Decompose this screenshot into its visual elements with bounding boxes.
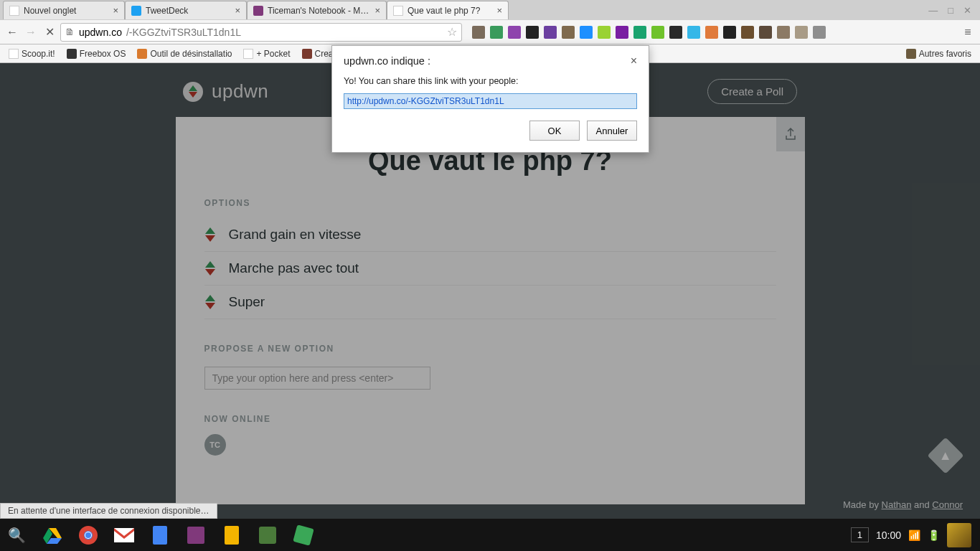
extension-icon[interactable] [472,26,485,39]
bookmark-scoopit[interactable]: Scoop.it! [6,47,58,60]
address-bar: ← → ✕ 🗎 updwn.co/-KGGZtviTSR3uLT1dn1L ☆ … [0,20,980,44]
extension-icon[interactable] [616,26,628,39]
app-icon-1[interactable] [255,523,280,547]
extension-icon[interactable] [777,26,790,39]
credits-link-nathan[interactable]: Nathan [882,499,912,510]
url-domain: updwn.co [79,27,122,38]
downvote-icon[interactable] [205,235,215,242]
gmail-icon[interactable] [112,523,136,547]
java-icon [137,49,147,59]
downvote-icon[interactable] [205,303,215,309]
forward-button[interactable]: → [23,24,39,40]
section-propose-label: PROPOSE A NEW OPTION [204,344,776,354]
extension-icon[interactable] [759,26,772,39]
bookmark-pocket[interactable]: + Pocket [240,47,293,60]
wifi-icon[interactable]: 📶 [908,529,920,541]
extension-icon[interactable] [669,26,682,39]
upvote-icon[interactable] [205,295,215,301]
cancel-button[interactable]: Annuler [587,121,637,141]
onenote-icon[interactable] [184,523,208,547]
bookmark-freebox[interactable]: Freebox OS [64,47,129,60]
chrome-icon[interactable] [76,523,100,547]
maximize-icon[interactable]: □ [948,5,953,16]
battery-icon[interactable]: 🔋 [928,529,940,541]
extension-icon[interactable] [508,26,521,39]
upvote-icon[interactable] [205,227,215,234]
tab-current[interactable]: Que vaut le php 7? × [387,1,509,19]
option-text: Super [229,294,265,310]
logo-text: updwn [212,80,268,103]
bookmark-java[interactable]: Outil de désinstallatio [134,47,235,60]
close-window-icon[interactable]: ✕ [963,5,971,16]
extension-icon[interactable] [705,26,718,39]
extension-icon[interactable] [741,26,754,39]
tab-tweetdeck[interactable]: TweetDeck × [125,1,247,19]
star-icon[interactable]: ☆ [447,25,457,39]
tab-title: Nouvel onglet [24,6,108,16]
tray-app-icon[interactable] [947,523,971,547]
dialog-input[interactable] [344,93,637,109]
extension-icon[interactable] [490,26,503,39]
freebox-icon [67,49,77,59]
svg-point-6 [85,532,91,538]
option-text: Grand gain en vitesse [229,227,362,242]
menu-icon[interactable]: ≡ [960,24,976,40]
create-poll-button[interactable]: Create a Poll [707,79,797,104]
workspace-indicator[interactable]: 1 [851,527,869,542]
close-icon[interactable]: × [113,5,118,16]
page-icon [243,49,253,59]
extension-icon[interactable] [651,26,664,39]
close-icon[interactable]: × [496,5,502,16]
extension-icon[interactable] [598,26,611,39]
minimize-icon[interactable]: — [928,5,938,16]
stop-button[interactable]: ✕ [42,24,57,40]
tab-title: Que vaut le php 7? [407,6,492,16]
clock[interactable]: 10:00 [876,529,901,541]
extension-icon[interactable] [544,26,557,39]
back-button[interactable]: ← [4,24,20,40]
url-input[interactable]: 🗎 updwn.co/-KGGZtviTSR3uLT1dn1L ☆ [60,23,462,42]
extension-icon[interactable] [813,26,826,39]
extension-icon[interactable] [687,26,700,39]
avatar: TC [204,434,226,456]
option-text: Marche pas avec tout [229,260,359,276]
blank-icon [9,6,19,16]
app-icon-2[interactable] [291,523,316,547]
extension-icon[interactable] [633,26,646,39]
credits-link-connor[interactable]: Connor [932,499,963,510]
bookmark-label: + Pocket [256,49,290,59]
docs-icon[interactable] [148,523,172,547]
tab-new[interactable]: Nouvel onglet × [3,1,125,19]
ok-button[interactable]: OK [529,121,580,141]
extension-icon[interactable] [562,26,575,39]
drive-icon[interactable] [40,523,65,547]
tab-bar: Nouvel onglet × TweetDeck × Ticeman's No… [0,0,980,20]
logo[interactable]: updwn [183,80,268,103]
onenote-icon [253,6,263,16]
scroll-top-button[interactable]: ▲ [928,438,964,474]
credits-text: Made by [843,499,881,510]
downvote-icon[interactable] [205,269,215,276]
extension-icon[interactable] [526,26,539,39]
option-row: Marche pas avec tout [204,252,776,286]
extension-icon[interactable] [795,26,808,39]
extension-icon[interactable] [723,26,736,39]
dialog-message: Yo! You can share this link with your pe… [344,76,637,86]
propose-input[interactable] [204,367,430,390]
page-icon: 🗎 [65,27,75,37]
tab-onenote[interactable]: Ticeman's Notebook - Mi… × [247,1,387,19]
slides-icon[interactable] [220,523,244,547]
close-icon[interactable]: × [235,5,240,16]
bookmark-label: Autres favoris [919,49,971,59]
share-button[interactable] [776,117,805,151]
dialog-close-icon[interactable]: × [631,55,637,67]
search-icon[interactable]: 🔍 [4,523,29,547]
extension-icon[interactable] [580,26,593,39]
logo-icon [183,82,203,102]
close-icon[interactable]: × [374,5,380,16]
upvote-icon[interactable] [205,261,215,268]
bookmark-other-folder[interactable]: Autres favoris [903,47,974,60]
bookmark-label: Scoop.it! [22,49,55,59]
chevron-up-icon: ▲ [939,448,952,463]
bookmark-label: Outil de désinstallatio [150,49,232,59]
